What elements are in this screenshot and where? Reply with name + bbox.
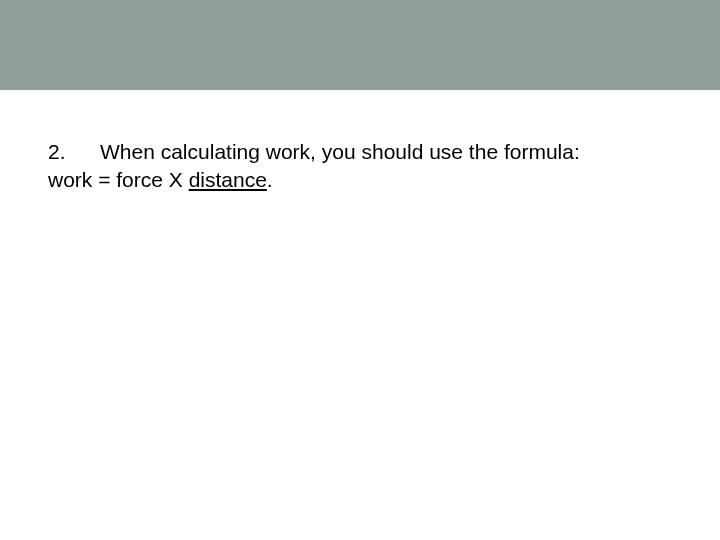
question-line-2-prefix: work = force X — [48, 168, 189, 191]
question-text: 2.When calculating work, you should use … — [48, 138, 672, 195]
question-number: 2. — [48, 138, 100, 166]
question-blank-word: distance — [189, 168, 267, 191]
question-line-1: When calculating work, you should use th… — [100, 140, 580, 163]
header-bar — [0, 0, 720, 90]
question-line-2-suffix: . — [267, 168, 273, 191]
slide-content: 2.When calculating work, you should use … — [0, 90, 720, 195]
